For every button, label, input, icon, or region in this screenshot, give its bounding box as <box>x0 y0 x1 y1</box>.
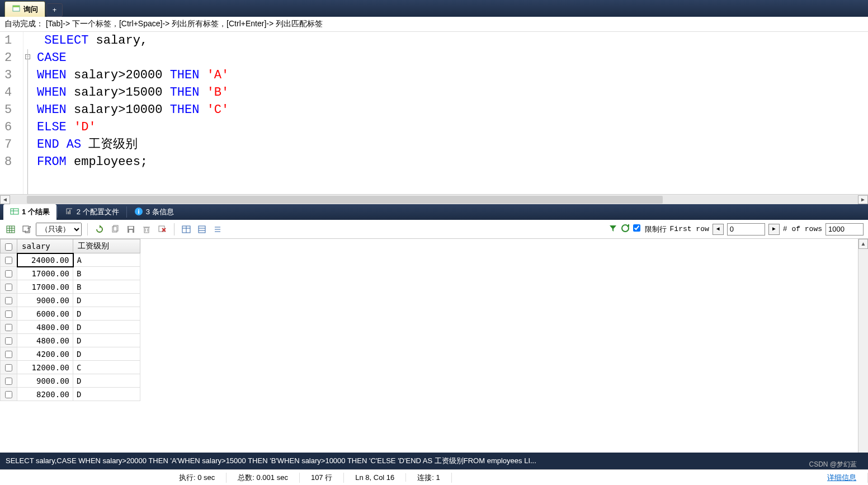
readonly-combo[interactable]: （只读） <box>36 223 82 236</box>
copy-button[interactable] <box>109 223 121 236</box>
num-rows-input[interactable] <box>825 223 864 236</box>
grid-mode-button[interactable] <box>4 223 17 236</box>
row-checkbox[interactable] <box>1 280 17 294</box>
cell-level[interactable]: D <box>73 388 140 401</box>
prev-page-button[interactable]: ◄ <box>713 224 724 235</box>
cell-salary[interactable]: 8200.00 <box>17 388 73 401</box>
tab-profiles[interactable]: 2 个配置文件 <box>58 204 126 220</box>
row-checkbox[interactable] <box>1 361 17 374</box>
first-row-input[interactable] <box>727 223 765 236</box>
row-checkbox[interactable] <box>1 321 17 334</box>
cell-level[interactable]: C <box>73 361 140 374</box>
next-page-button[interactable]: ► <box>768 224 780 235</box>
cell-level[interactable]: D <box>73 374 140 388</box>
cell-level[interactable]: B <box>73 267 140 280</box>
table-row[interactable]: 6000.00D <box>1 307 140 321</box>
row-checkbox[interactable] <box>1 334 17 347</box>
sql-editor[interactable]: 12345678 − SELECT salary,CASEWHEN salary… <box>0 32 868 194</box>
row-checkbox[interactable] <box>1 253 17 267</box>
status-rows: 107 行 <box>300 473 344 483</box>
sql-icon <box>12 4 21 15</box>
cell-salary[interactable]: 24000.00 <box>17 253 73 267</box>
svg-rect-1 <box>13 6 20 7</box>
table-row[interactable]: 17000.00B <box>1 267 140 280</box>
table-row[interactable]: 12000.00C <box>1 361 140 374</box>
view-form-button[interactable] <box>196 223 208 236</box>
status-exec: 执行: 0 sec <box>168 473 227 483</box>
tab-results[interactable]: 1 个结果 <box>3 204 56 220</box>
filter-icon[interactable] <box>608 224 617 235</box>
grid-vscrollbar[interactable]: ▲ <box>858 239 868 453</box>
status-total: 总数: 0.001 sec <box>227 473 300 483</box>
refresh-all-icon[interactable] <box>621 224 630 235</box>
status-connection: 连接: 1 <box>406 473 451 483</box>
new-tab-button[interactable]: + <box>46 3 63 17</box>
table-row[interactable]: 17000.00B <box>1 280 140 294</box>
svg-rect-2 <box>11 209 18 214</box>
row-checkbox[interactable] <box>1 294 17 307</box>
scroll-left-arrow[interactable]: ◄ <box>0 195 10 204</box>
cell-salary[interactable]: 4800.00 <box>17 321 73 334</box>
scroll-track[interactable] <box>10 195 858 204</box>
results-grid[interactable]: salary 工资级别 24000.00A17000.00B17000.00B9… <box>0 239 868 453</box>
table-row[interactable]: 4200.00D <box>1 347 140 361</box>
cell-salary[interactable]: 9000.00 <box>17 374 73 388</box>
info-icon: i <box>134 207 143 218</box>
status-details-link[interactable]: 详细信息 <box>816 473 868 483</box>
row-checkbox[interactable] <box>1 374 17 388</box>
cell-salary[interactable]: 6000.00 <box>17 307 73 321</box>
cell-level[interactable]: B <box>73 280 140 294</box>
limit-rows-checkbox[interactable]: 限制行 <box>633 224 667 234</box>
table-row[interactable]: 4800.00D <box>1 334 140 347</box>
editor-hscrollbar[interactable]: ◄ ► <box>0 194 868 204</box>
row-checkbox[interactable] <box>1 347 17 361</box>
cell-salary[interactable]: 4800.00 <box>17 334 73 347</box>
tab-results-label: 1 个结果 <box>22 207 50 217</box>
tab-profiles-label: 2 个配置文件 <box>77 207 119 217</box>
fold-column[interactable]: − <box>23 32 32 194</box>
table-row[interactable]: 24000.00A <box>1 253 140 267</box>
query-tab[interactable]: 询问 <box>4 1 45 17</box>
cell-level[interactable]: D <box>73 307 140 321</box>
cell-salary[interactable]: 9000.00 <box>17 294 73 307</box>
cell-level[interactable]: A <box>73 253 140 267</box>
cell-level[interactable]: D <box>73 347 140 361</box>
table-row[interactable]: 9000.00D <box>1 294 140 307</box>
svg-text:▾: ▾ <box>29 225 31 229</box>
select-all-checkbox[interactable] <box>1 239 17 253</box>
column-header-salary[interactable]: salary <box>17 239 73 253</box>
cell-salary[interactable]: 17000.00 <box>17 267 73 280</box>
view-grid-button[interactable] <box>180 223 192 236</box>
num-rows-label: # of rows <box>783 225 822 233</box>
cell-level[interactable]: D <box>73 334 140 347</box>
status-bar: 执行: 0 sec 总数: 0.001 sec 107 行 Ln 8, Col … <box>0 469 868 485</box>
refresh-button[interactable] <box>93 223 106 236</box>
table-row[interactable]: 8200.00D <box>1 388 140 401</box>
scroll-right-arrow[interactable]: ► <box>858 195 868 204</box>
cell-level[interactable]: D <box>73 294 140 307</box>
export-button[interactable]: ▾ <box>20 223 32 236</box>
cell-salary[interactable]: 12000.00 <box>17 361 73 374</box>
profile-icon <box>65 207 74 218</box>
scroll-thumb[interactable] <box>27 196 663 204</box>
delete-button[interactable] <box>140 223 153 236</box>
table-row[interactable]: 9000.00D <box>1 374 140 388</box>
cell-level[interactable]: D <box>73 321 140 334</box>
cell-salary[interactable]: 17000.00 <box>17 280 73 294</box>
table-row[interactable]: 4800.00D <box>1 321 140 334</box>
row-checkbox[interactable] <box>1 267 17 280</box>
column-header-level[interactable]: 工资级别 <box>73 239 140 253</box>
code-content[interactable]: SELECT salary,CASEWHEN salary>20000 THEN… <box>32 32 868 194</box>
cell-salary[interactable]: 4200.00 <box>17 347 73 361</box>
scroll-up-arrow[interactable]: ▲ <box>858 239 868 249</box>
save-button[interactable] <box>125 223 137 236</box>
row-checkbox[interactable] <box>1 307 17 321</box>
svg-rect-9 <box>7 226 15 233</box>
view-text-button[interactable] <box>211 223 224 236</box>
autocomplete-hint: 自动完成： [Tab]-> 下一个标签，[Ctrl+Space]-> 列出所有标… <box>0 17 868 32</box>
results-tab-bar: 1 个结果 2 个配置文件 i 3 条信息 <box>0 204 868 220</box>
row-checkbox[interactable] <box>1 388 17 401</box>
cancel-edit-button[interactable] <box>156 223 168 236</box>
query-tab-label: 询问 <box>23 4 38 15</box>
tab-messages[interactable]: i 3 条信息 <box>128 204 181 220</box>
